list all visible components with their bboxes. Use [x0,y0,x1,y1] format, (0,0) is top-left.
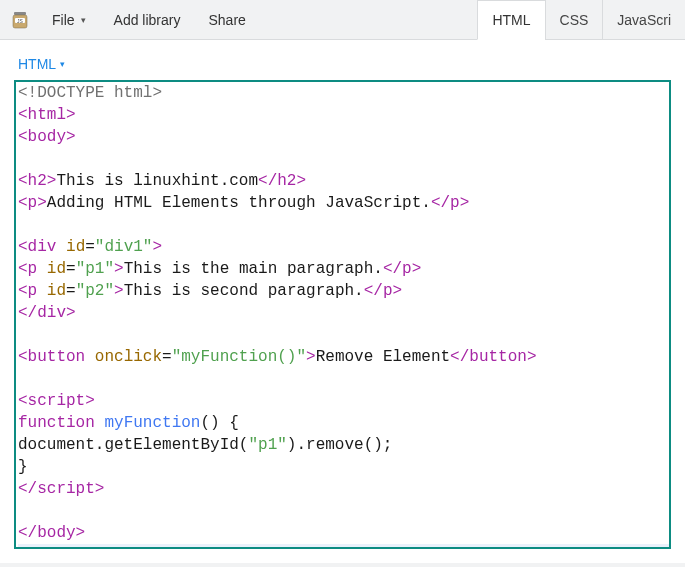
tab-css[interactable]: CSS [545,0,603,39]
tab-html[interactable]: HTML [477,0,544,40]
chevron-down-icon: ▾ [81,15,86,25]
pane-header: HTML ▾ [0,40,685,80]
menu-share-label: Share [208,12,245,28]
pane-selector[interactable]: HTML ▾ [18,56,65,72]
topbar-spacer [260,0,478,39]
chevron-down-icon: ▾ [60,59,65,69]
code-editor[interactable]: <!DOCTYPE html> <html> <body> <h2>This i… [14,80,671,549]
tab-html-label: HTML [492,12,530,28]
content-wrap: <!DOCTYPE html> <html> <body> <h2>This i… [0,80,685,563]
output-tabs: HTML CSS JavaScri [477,0,685,39]
tab-js-label: JavaScri [617,12,671,28]
pane-selector-label: HTML [18,56,56,72]
highlighted-line: </html> [18,544,669,549]
code-content: <!DOCTYPE html> <html> <body> <h2>This i… [16,82,669,549]
app-logo[interactable]: JS [10,0,38,39]
jar-icon: JS [10,10,30,30]
tab-javascript[interactable]: JavaScri [602,0,685,39]
menu-add-library[interactable]: Add library [100,0,195,39]
topbar: JS File ▾ Add library Share HTML CSS Jav… [0,0,685,40]
code-line: <!DOCTYPE html> [18,84,162,102]
svg-text:JS: JS [17,17,24,23]
menu-file[interactable]: File ▾ [38,0,100,39]
tab-css-label: CSS [560,12,589,28]
menu-share[interactable]: Share [194,0,259,39]
menu-file-label: File [52,12,75,28]
svg-rect-0 [14,12,26,15]
menu-add-library-label: Add library [114,12,181,28]
